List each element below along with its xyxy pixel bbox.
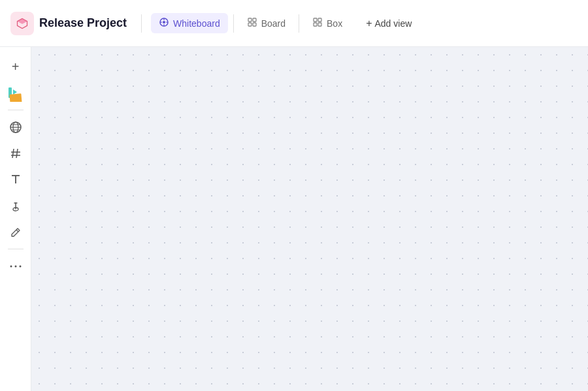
tab-board[interactable]: Board <box>239 13 293 33</box>
header-divider <box>141 14 142 33</box>
svg-point-32 <box>14 266 16 268</box>
sidebar-more-button[interactable] <box>4 255 27 278</box>
add-view-plus-icon: + <box>366 18 372 29</box>
pencil-icon <box>10 226 22 238</box>
project-title: Release Project <box>39 16 127 30</box>
svg-line-30 <box>16 230 18 232</box>
box-tab-label: Box <box>327 18 342 29</box>
tab-divider-1 <box>233 14 234 33</box>
sidebar-separator-1 <box>8 110 24 110</box>
add-icon: + <box>12 59 20 74</box>
sidebar-text-button[interactable] <box>4 168 27 191</box>
sidebar-hash-button[interactable] <box>4 142 27 165</box>
tab-whiteboard[interactable]: Whiteboard <box>151 13 228 33</box>
svg-rect-10 <box>314 18 317 22</box>
more-icon <box>10 264 22 268</box>
svg-rect-9 <box>253 23 256 26</box>
sidebar-link-button[interactable] <box>4 194 27 217</box>
svg-line-22 <box>12 149 14 158</box>
nav-tabs: Whiteboard Board <box>151 13 350 33</box>
add-view-label: Add view <box>375 18 412 29</box>
board-tab-label: Board <box>261 18 286 29</box>
tab-box[interactable]: Box <box>304 13 350 33</box>
add-view-button[interactable]: + Add view <box>358 14 419 33</box>
header: Release Project Whiteboard <box>0 0 588 47</box>
svg-point-1 <box>163 21 165 23</box>
whiteboard-tab-icon <box>159 17 169 29</box>
sidebar-sticky-tool[interactable] <box>4 81 27 104</box>
svg-rect-7 <box>253 18 256 22</box>
tab-divider-2 <box>299 14 299 33</box>
board-tab-icon <box>247 17 257 29</box>
sidebar-globe-button[interactable] <box>4 116 27 139</box>
svg-rect-12 <box>314 23 317 26</box>
svg-marker-15 <box>13 89 17 95</box>
svg-rect-16 <box>9 93 22 102</box>
sidebar: + <box>0 47 31 391</box>
whiteboard-tab-label: Whiteboard <box>173 18 220 29</box>
hash-icon <box>10 148 22 159</box>
svg-rect-13 <box>318 23 321 26</box>
text-icon <box>10 174 22 185</box>
whiteboard-canvas[interactable] <box>31 47 588 391</box>
sidebar-add-button[interactable]: + <box>4 55 27 78</box>
sidebar-separator-2 <box>8 249 24 249</box>
globe-icon <box>9 121 22 134</box>
sidebar-draw-button[interactable] <box>4 220 27 243</box>
svg-point-33 <box>19 266 21 268</box>
svg-line-23 <box>16 149 18 158</box>
box-tab-icon <box>312 17 323 29</box>
svg-rect-8 <box>248 23 252 26</box>
sticky-note-icon <box>7 84 25 102</box>
link-icon <box>10 200 22 211</box>
svg-point-31 <box>10 266 12 268</box>
svg-rect-11 <box>318 18 321 22</box>
svg-rect-6 <box>248 18 252 22</box>
main-content: + <box>0 47 588 391</box>
project-icon <box>10 12 34 35</box>
